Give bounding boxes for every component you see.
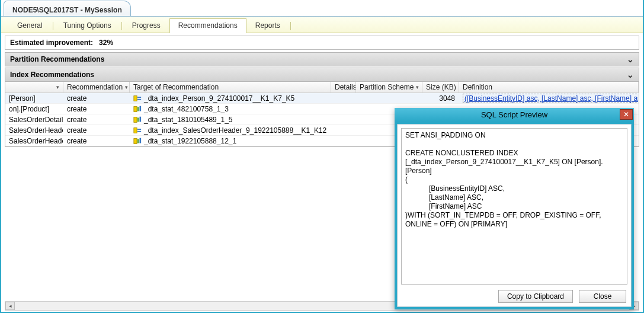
preview-title: SQL Script Preview: [395, 110, 634, 119]
cell-target: _dta_stat_1922105888_12_1: [130, 136, 331, 146]
cell-partition-scheme: [356, 98, 422, 99]
cell-recommendation: create: [63, 126, 130, 135]
col-recommendation[interactable]: Recommendation▾: [63, 82, 130, 92]
index-icon: [133, 126, 142, 135]
svg-rect-4: [137, 107, 139, 111]
col-target[interactable]: Target of Recommendation: [130, 82, 331, 92]
svg-rect-7: [137, 117, 139, 122]
chevron-down-icon: ⌄: [627, 55, 634, 64]
cell-object: [Person]: [5, 94, 63, 103]
cell-target: _dta_stat_482100758_1_3: [130, 104, 331, 114]
close-icon: ✕: [623, 110, 629, 119]
col-definition[interactable]: Definition: [459, 82, 639, 92]
cell-details: [331, 140, 356, 142]
dropdown-icon: ▾: [125, 84, 128, 90]
col-object[interactable]: ▾: [5, 82, 63, 92]
sql-script-preview-window: SQL Script Preview ✕ Copy to Clipboard C…: [395, 108, 634, 309]
svg-rect-0: [134, 95, 137, 101]
statistics-icon: [133, 137, 142, 145]
session-tab-label: NODE5\SQL2017ST - MySession: [12, 6, 122, 14]
definition-link[interactable]: ([BusinessEntityID] asc, [LastName] asc,…: [463, 94, 639, 103]
cell-object: SalesOrderDetail]: [5, 115, 63, 124]
preview-buttons: Copy to Clipboard Close: [401, 286, 627, 303]
section-partition-label: Partition Recommendations: [10, 55, 104, 63]
session-tab-row: NODE5\SQL2017ST - MySession: [1, 0, 643, 17]
svg-rect-9: [134, 127, 137, 133]
svg-rect-11: [137, 130, 141, 132]
cell-details: [331, 130, 356, 131]
svg-rect-2: [137, 98, 141, 100]
section-index-recommendations[interactable]: Index Recommendations ⌄: [5, 68, 639, 82]
scroll-left-button[interactable]: ◂: [5, 302, 15, 310]
tab-separator: [290, 22, 291, 30]
copy-to-clipboard-button[interactable]: Copy to Clipboard: [498, 290, 573, 303]
svg-rect-6: [134, 117, 137, 122]
summary-value: 32%: [99, 39, 113, 47]
svg-rect-14: [140, 138, 142, 143]
svg-rect-3: [134, 106, 137, 111]
svg-rect-8: [140, 116, 142, 122]
cell-recommendation: create: [63, 104, 130, 114]
svg-rect-10: [137, 129, 141, 130]
session-tab[interactable]: NODE5\SQL2017ST - MySession: [4, 1, 131, 16]
section-partition-recommendations[interactable]: Partition Recommendations ⌄: [5, 52, 639, 66]
svg-rect-1: [137, 97, 141, 98]
sql-script-text[interactable]: [401, 128, 627, 285]
close-preview-button[interactable]: Close: [579, 290, 626, 303]
cell-recommendation: create: [63, 94, 130, 103]
tab-progress[interactable]: Progress: [123, 18, 169, 33]
cell-details: [331, 98, 356, 99]
table-row[interactable]: [Person]create_dta_index_Person_9_274100…: [5, 93, 639, 104]
statistics-icon: [133, 116, 142, 124]
dropdown-icon: ▾: [416, 84, 419, 90]
cell-target: _dta_index_SalesOrderHeader_9_1922105888…: [130, 126, 331, 135]
close-button[interactable]: ✕: [620, 109, 633, 120]
col-size[interactable]: Size (KB): [422, 82, 459, 92]
tab-strip: General Tuning Options Progress Recommen…: [1, 17, 643, 33]
cell-target: _dta_index_Person_9_274100017__K1_K7_K5: [130, 94, 331, 103]
grid-header: ▾ Recommendation▾ Target of Recommendati…: [5, 82, 639, 93]
tab-general[interactable]: General: [8, 18, 52, 33]
estimated-improvement-bar: Estimated improvement: 32%: [5, 36, 639, 50]
index-icon: [133, 94, 142, 103]
svg-rect-13: [137, 139, 139, 143]
tab-recommendations[interactable]: Recommendations: [169, 18, 246, 33]
dropdown-icon: ▾: [56, 84, 59, 90]
preview-body: Copy to Clipboard Close: [397, 124, 632, 307]
tab-separator: [121, 22, 122, 30]
cell-object: SalesOrderHeader]: [5, 136, 63, 146]
cell-target: _dta_stat_1810105489_1_5: [130, 115, 331, 124]
col-partition-scheme[interactable]: Partition Scheme▾: [356, 82, 422, 92]
cell-object: on].[Product]: [5, 104, 63, 114]
tab-reports[interactable]: Reports: [246, 18, 289, 33]
cell-details: [331, 108, 356, 110]
svg-rect-5: [140, 106, 142, 111]
cell-recommendation: create: [63, 136, 130, 146]
section-index-label: Index Recommendations: [10, 71, 94, 79]
cell-object: SalesOrderHeader]: [5, 126, 63, 135]
statistics-icon: [133, 105, 142, 113]
preview-titlebar[interactable]: SQL Script Preview ✕: [395, 108, 634, 122]
col-details[interactable]: Details: [331, 82, 356, 92]
chevron-down-icon: ⌄: [627, 70, 634, 79]
cell-definition[interactable]: ([BusinessEntityID] asc, [LastName] asc,…: [459, 93, 639, 104]
tab-separator: [53, 22, 53, 30]
cell-recommendation: create: [63, 115, 130, 124]
cell-size: 3048: [422, 94, 459, 103]
svg-rect-12: [134, 138, 137, 143]
summary-label: Estimated improvement:: [10, 39, 93, 47]
cell-details: [331, 119, 356, 120]
tab-tuning-options[interactable]: Tuning Options: [55, 18, 120, 33]
